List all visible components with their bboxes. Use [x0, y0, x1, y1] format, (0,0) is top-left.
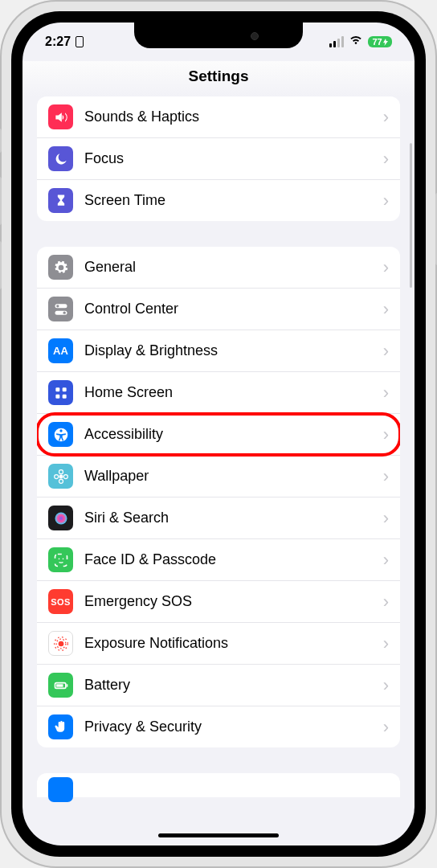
row-label: Siri & Search — [84, 510, 383, 526]
faceid-icon — [48, 547, 73, 572]
svg-point-9 — [59, 429, 62, 432]
card-icon — [76, 36, 84, 47]
row-label: Sounds & Haptics — [84, 108, 383, 125]
chevron-right-icon: › — [383, 299, 389, 320]
row-label: Battery — [84, 677, 383, 694]
wifi-icon — [349, 35, 363, 49]
volume-down-button — [0, 241, 2, 289]
svg-point-14 — [63, 474, 67, 478]
settings-row-emergency-sos[interactable]: SOSEmergency SOS› — [37, 581, 400, 623]
svg-point-15 — [55, 512, 67, 524]
settings-row-privacy-security[interactable]: Privacy & Security› — [37, 706, 400, 747]
svg-rect-23 — [66, 684, 67, 686]
chevron-right-icon: › — [383, 633, 389, 654]
svg-rect-6 — [55, 394, 59, 398]
page-title: Settings — [22, 61, 415, 96]
device-frame: 2:27 77 Settings S — [0, 0, 437, 868]
hand-icon — [48, 714, 73, 739]
siri-icon — [48, 506, 73, 530]
moon-icon — [48, 146, 73, 171]
exposure-icon — [48, 631, 73, 656]
svg-point-11 — [59, 469, 63, 473]
svg-point-17 — [58, 558, 59, 559]
svg-point-1 — [56, 305, 59, 307]
row-label: Display & Brightness — [84, 342, 383, 359]
chevron-right-icon: › — [383, 592, 389, 612]
row-label: Wallpaper — [84, 468, 383, 485]
settings-row-sounds-haptics[interactable]: Sounds & Haptics› — [37, 96, 400, 138]
settings-row-exposure-notifications[interactable]: Exposure Notifications› — [37, 623, 400, 665]
settings-row-control-center[interactable]: Control Center› — [37, 289, 400, 330]
cellular-icon — [329, 36, 344, 47]
chevron-right-icon: › — [383, 257, 389, 278]
settings-list[interactable]: Sounds & Haptics›Focus›Screen Time› Gene… — [22, 96, 415, 845]
sos-icon: SOS — [48, 589, 73, 614]
silence-switch — [0, 129, 2, 153]
settings-row-battery[interactable]: Battery› — [37, 665, 400, 706]
notch — [134, 23, 303, 48]
svg-rect-16 — [55, 554, 67, 566]
settings-row-wallpaper[interactable]: Wallpaper› — [37, 456, 400, 497]
home-indicator[interactable] — [158, 833, 279, 837]
row-label: Focus — [84, 150, 383, 167]
speaker-icon — [48, 104, 73, 129]
flower-icon — [48, 464, 73, 489]
row-label: Privacy & Security — [84, 719, 383, 735]
svg-rect-5 — [62, 387, 66, 391]
chevron-right-icon: › — [383, 466, 389, 487]
svg-point-12 — [59, 479, 63, 483]
scroll-indicator — [410, 143, 412, 288]
row-label: Emergency SOS — [84, 593, 383, 610]
chevron-right-icon: › — [383, 508, 389, 529]
grid-icon — [48, 380, 73, 405]
svg-rect-7 — [62, 394, 66, 398]
chevron-right-icon: › — [383, 149, 389, 170]
group-peek — [37, 773, 400, 797]
chevron-right-icon: › — [383, 717, 389, 738]
chevron-right-icon: › — [383, 107, 389, 128]
row-label: Face ID & Passcode — [84, 551, 383, 568]
chevron-right-icon: › — [383, 341, 389, 362]
settings-row-siri-search[interactable]: Siri & Search› — [37, 497, 400, 539]
row-label: Exposure Notifications — [84, 635, 383, 652]
settings-row-home-screen[interactable]: Home Screen› — [37, 372, 400, 414]
status-left: 2:27 — [45, 35, 84, 49]
status-right: 77 — [329, 35, 392, 49]
row-label: General — [84, 259, 383, 276]
row-label: Screen Time — [84, 192, 383, 209]
row-label: Control Center — [84, 301, 383, 317]
settings-row-general[interactable]: General› — [37, 247, 400, 289]
svg-rect-4 — [55, 387, 59, 391]
accessibility-icon — [48, 422, 73, 447]
toggles-icon — [48, 297, 73, 321]
chevron-right-icon: › — [383, 383, 389, 403]
svg-point-3 — [63, 311, 65, 313]
row-label: Accessibility — [84, 426, 383, 443]
group-system-1: Sounds & Haptics›Focus›Screen Time› — [37, 96, 400, 221]
settings-row-screen-time[interactable]: Screen Time› — [37, 180, 400, 221]
chevron-right-icon: › — [383, 190, 389, 211]
chevron-right-icon: › — [383, 550, 389, 571]
svg-point-13 — [54, 474, 58, 478]
settings-row-accessibility[interactable]: Accessibility› — [37, 414, 400, 456]
bezel: 2:27 77 Settings S — [11, 11, 426, 857]
row-label: Home Screen — [84, 384, 383, 401]
status-time: 2:27 — [45, 35, 71, 49]
peek-icon — [48, 777, 73, 802]
battery-icon — [48, 673, 73, 698]
chevron-right-icon: › — [383, 675, 389, 696]
settings-row-face-id-passcode[interactable]: Face ID & Passcode› — [37, 539, 400, 581]
gear-icon — [48, 255, 73, 280]
hourglass-icon — [48, 188, 73, 213]
svg-rect-24 — [56, 684, 63, 686]
settings-row-focus[interactable]: Focus› — [37, 138, 400, 180]
settings-row-display-brightness[interactable]: AADisplay & Brightness› — [37, 330, 400, 372]
battery-indicator: 77 — [368, 36, 392, 47]
volume-up-button — [0, 177, 2, 225]
svg-point-10 — [59, 474, 63, 478]
svg-point-18 — [62, 558, 63, 559]
screen: 2:27 77 Settings S — [22, 23, 415, 845]
svg-point-19 — [58, 641, 63, 646]
chevron-right-icon: › — [383, 424, 389, 445]
text-size-icon: AA — [48, 338, 73, 363]
